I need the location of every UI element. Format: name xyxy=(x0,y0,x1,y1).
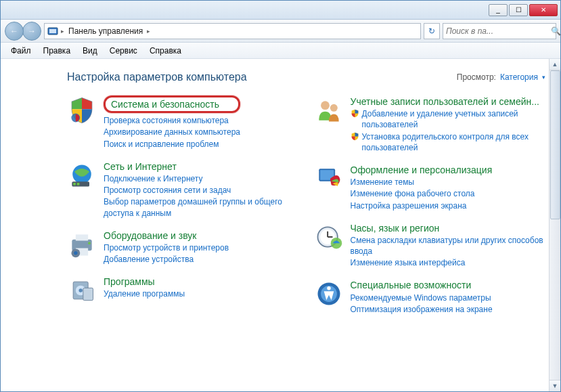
svg-rect-5 xyxy=(73,183,76,186)
task-link[interactable]: Проверка состояния компьютера xyxy=(104,115,240,126)
category-clock: Часы, язык и регион Смена раскладки клав… xyxy=(314,222,546,269)
task-link[interactable]: Добавление устройства xyxy=(104,254,229,265)
category-body: Сеть и Интернет Подключение к Интернету … xyxy=(104,160,299,219)
task-link[interactable]: Просмотр состояния сети и задач xyxy=(104,185,299,196)
task-link[interactable]: Рекомендуемые Windows параметры xyxy=(351,292,493,303)
task-link[interactable]: Добавление и удаление учетных записей по… xyxy=(351,108,546,130)
svg-point-18 xyxy=(330,104,337,112)
category-title-link[interactable]: Оборудование и звук xyxy=(104,230,229,242)
scroll-up-arrow[interactable]: ▲ xyxy=(549,59,560,70)
minimize-button[interactable]: _ xyxy=(489,4,508,16)
category-title-link[interactable]: Часы, язык и регион xyxy=(351,222,546,234)
back-button[interactable]: ← xyxy=(5,22,24,41)
highlight-annotation: Система и безопасность xyxy=(104,95,240,113)
scroll-down-arrow[interactable]: ▼ xyxy=(549,380,560,391)
scroll-thumb[interactable] xyxy=(550,70,560,219)
category-body: Специальные возможности Рекомендуемые Wi… xyxy=(351,279,493,315)
category-title-link[interactable]: Специальные возможности xyxy=(351,279,493,291)
view-label: Просмотр: xyxy=(457,72,496,82)
heading-row: Настройка параметров компьютера Просмотр… xyxy=(67,71,545,83)
svg-rect-8 xyxy=(76,234,88,240)
chevron-down-icon[interactable]: ▾ xyxy=(542,74,545,81)
task-link[interactable]: Удаление программы xyxy=(104,288,185,299)
category-accessibility: Специальные возможности Рекомендуемые Wi… xyxy=(314,279,546,315)
svg-point-15 xyxy=(78,289,83,293)
category-title-link[interactable]: Программы xyxy=(104,276,185,288)
control-panel-window: _ ☐ ✕ ← → ▸ Панель управления ▸ ↻ 🔍 Файл… xyxy=(0,0,561,392)
category-body: Оформление и персонализация Изменение те… xyxy=(351,164,493,211)
category-programs: Программы Удаление программы xyxy=(67,276,299,305)
titlebar: _ ☐ ✕ xyxy=(1,1,560,20)
svg-rect-1 xyxy=(49,29,56,33)
shield-icon xyxy=(67,95,97,125)
category-title-link[interactable]: Система и безопасность xyxy=(111,99,219,110)
uac-shield-icon xyxy=(351,132,359,141)
task-link[interactable]: Выбор параметров домашней группы и общег… xyxy=(104,196,299,218)
category-system-security: Система и безопасность Проверка состояни… xyxy=(67,95,299,150)
breadcrumb-sep: ▸ xyxy=(61,28,64,35)
maximize-button[interactable]: ☐ xyxy=(509,4,528,16)
svg-rect-6 xyxy=(77,183,80,186)
programs-icon xyxy=(67,276,97,305)
left-column: Система и безопасность Проверка состояни… xyxy=(67,95,299,315)
search-icon[interactable]: 🔍 xyxy=(551,26,561,36)
clock-icon xyxy=(314,222,344,252)
menu-view[interactable]: Вид xyxy=(76,44,104,58)
category-appearance: Оформление и персонализация Изменение те… xyxy=(314,164,546,211)
printer-icon xyxy=(67,230,97,259)
content-area: Настройка параметров компьютера Просмотр… xyxy=(1,59,560,392)
task-link[interactable]: Смена раскладки клавиатуры или других сп… xyxy=(351,235,546,257)
breadcrumb[interactable]: Панель управления xyxy=(67,26,144,36)
svg-rect-16 xyxy=(83,288,93,301)
category-body: Оборудование и звук Просмотр устройств и… xyxy=(104,230,229,265)
category-users: Учетные записи пользователей и семейн...… xyxy=(314,95,546,153)
window-buttons: _ ☐ ✕ xyxy=(489,4,558,16)
users-icon xyxy=(314,95,344,125)
task-link[interactable]: Архивирование данных компьютера xyxy=(104,127,240,137)
view-value[interactable]: Категория xyxy=(500,72,538,82)
menu-help[interactable]: Справка xyxy=(143,44,187,58)
task-link[interactable]: Настройка разрешения экрана xyxy=(351,200,493,211)
task-link[interactable]: Изменение языка интерфейса xyxy=(351,257,546,268)
vertical-scrollbar[interactable]: ▲ ▼ xyxy=(549,59,560,391)
forward-button[interactable]: → xyxy=(22,22,41,41)
appearance-icon xyxy=(314,164,344,194)
task-link-text: Установка родительского контроля для все… xyxy=(362,131,546,153)
navigation-bar: ← → ▸ Панель управления ▸ ↻ 🔍 xyxy=(1,20,560,43)
task-link[interactable]: Изменение фона рабочего стола xyxy=(351,188,493,199)
category-body: Часы, язык и регион Смена раскладки клав… xyxy=(351,222,546,269)
control-panel-icon xyxy=(47,26,58,37)
breadcrumb-sep[interactable]: ▸ xyxy=(147,28,150,35)
accessibility-icon xyxy=(314,279,344,309)
category-body: Программы Удаление программы xyxy=(104,276,185,305)
category-body: Учетные записи пользователей и семейн...… xyxy=(351,95,546,153)
category-network: Сеть и Интернет Подключение к Интернету … xyxy=(67,160,299,219)
task-link[interactable]: Поиск и исправление проблем xyxy=(104,139,240,150)
category-title-link[interactable]: Учетные записи пользователей и семейн... xyxy=(351,95,546,108)
task-link[interactable]: Подключение к Интернету xyxy=(104,173,299,184)
task-link[interactable]: Просмотр устройств и принтеров xyxy=(104,242,229,253)
uac-shield-icon xyxy=(351,109,359,118)
svg-point-10 xyxy=(88,242,91,244)
menu-file[interactable]: Файл xyxy=(5,44,37,58)
category-body: Система и безопасность Проверка состояни… xyxy=(104,95,240,150)
menu-edit[interactable]: Правка xyxy=(37,44,77,58)
close-button[interactable]: ✕ xyxy=(529,4,558,16)
search-box[interactable]: 🔍 xyxy=(443,23,556,39)
globe-icon xyxy=(67,160,97,190)
task-link[interactable]: Оптимизация изображения на экране xyxy=(351,304,493,315)
category-columns: Система и безопасность Проверка состояни… xyxy=(67,95,545,315)
nav-buttons: ← → xyxy=(5,22,41,41)
view-selector: Просмотр: Категория ▾ xyxy=(457,72,545,82)
address-bar[interactable]: ▸ Панель управления ▸ xyxy=(44,23,421,39)
refresh-button[interactable]: ↻ xyxy=(424,23,440,39)
task-link[interactable]: Установка родительского контроля для все… xyxy=(351,131,546,153)
right-column: Учетные записи пользователей и семейн...… xyxy=(314,95,546,315)
svg-point-17 xyxy=(321,101,330,110)
page-title: Настройка параметров компьютера xyxy=(67,71,247,83)
category-title-link[interactable]: Сеть и Интернет xyxy=(104,160,299,173)
task-link[interactable]: Изменение темы xyxy=(351,177,493,188)
category-title-link[interactable]: Оформление и персонализация xyxy=(351,164,493,176)
search-input[interactable] xyxy=(443,26,551,36)
menu-tools[interactable]: Сервис xyxy=(104,44,143,58)
